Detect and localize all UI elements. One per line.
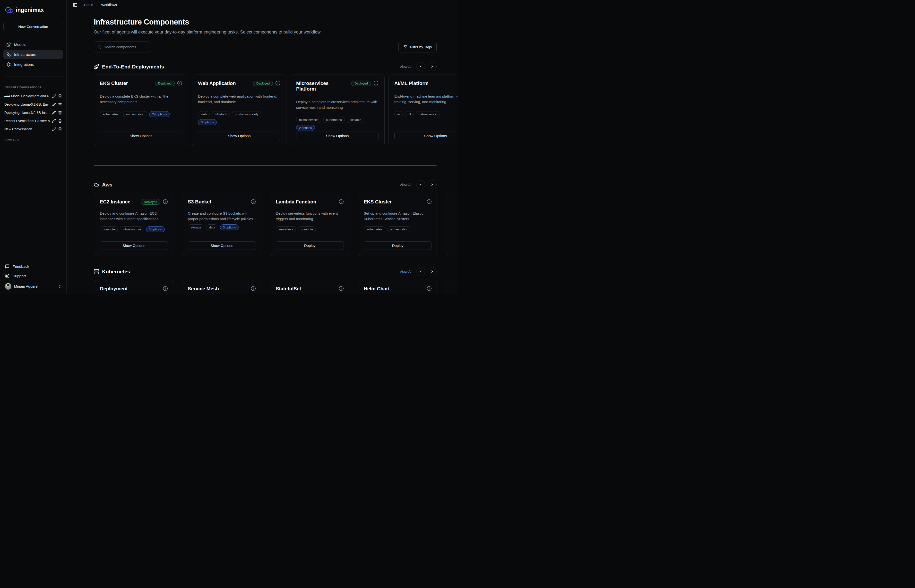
show-options-button[interactable]: Show Options (296, 132, 379, 140)
info-icon[interactable] (427, 286, 432, 291)
card-description: Deploy serverless functions with event t… (276, 210, 344, 222)
list-item[interactable]: Deploying Llama-3.2-3B-Inst (3, 108, 63, 117)
carousel-next-button[interactable] (428, 62, 437, 71)
gear-icon (6, 62, 11, 67)
info-icon[interactable] (339, 286, 344, 291)
list-item[interactable]: New Conversation (3, 125, 63, 133)
trash-icon[interactable] (58, 119, 62, 123)
workflow-icon (6, 52, 11, 57)
trash-icon[interactable] (58, 127, 62, 131)
options-pill[interactable]: 3 options (146, 226, 165, 232)
card-title: StatefulSet (276, 286, 336, 292)
info-icon[interactable] (339, 199, 344, 204)
status-badge: Deployed (141, 199, 160, 205)
status-badge: Deployed (253, 81, 273, 86)
message-square-icon (5, 264, 10, 269)
app-window: ingenimax New Conversation Models Infras… (0, 0, 458, 294)
card-description: Deploy a complete microservices architec… (296, 99, 379, 110)
show-options-button[interactable]: Show Options (188, 241, 256, 250)
tag: full-stack (212, 111, 230, 117)
trash-icon[interactable] (58, 102, 62, 106)
pencil-icon[interactable] (52, 94, 56, 98)
sidebar-item-infrastructure[interactable]: Infrastructure (3, 50, 63, 59)
conversation-title[interactable]: Recent Events from Cluster: a (4, 119, 50, 123)
section-header-aws: Aws View All (94, 180, 437, 189)
show-options-button[interactable]: Show Options (100, 132, 182, 140)
view-all-link[interactable]: View All (400, 183, 412, 187)
pencil-icon[interactable] (52, 111, 56, 115)
panel-left-toggle-icon[interactable] (73, 3, 78, 7)
options-pill[interactable]: 2 options (296, 125, 315, 131)
view-all-link[interactable]: View All (400, 270, 412, 274)
component-card-ai-ml-platform: AI/ML Platform End-to-end machine learni… (388, 74, 458, 146)
component-card-eks-cluster: EKS Cluster Deployed Deploy a complete E… (94, 74, 188, 146)
filter-by-tags-button[interactable]: Filter by Tags (398, 42, 437, 52)
carousel-prev-button[interactable] (416, 62, 425, 71)
component-card-partial (445, 193, 458, 256)
card-description: Deploy a complete web application with f… (198, 94, 280, 105)
conversation-title[interactable]: New Conversation (4, 127, 50, 131)
feedback-button[interactable]: Feedback (3, 262, 63, 271)
list-item[interactable]: Deploying Llama-3.2-3B: Env (3, 100, 63, 108)
recent-conversations-list: ### Model Deployment and F Deploying Lla… (3, 92, 63, 133)
support-button[interactable]: Support (3, 271, 63, 281)
list-item[interactable]: Recent Events from Cluster: a (3, 117, 63, 125)
show-options-button[interactable]: Show Options (394, 132, 458, 140)
sidebar-item-integrations[interactable]: Integrations (3, 60, 63, 69)
info-icon[interactable] (251, 199, 256, 204)
options-pill[interactable]: 24 options (149, 111, 170, 117)
view-all-link[interactable]: View All (400, 65, 412, 69)
carousel-prev-button[interactable] (416, 267, 425, 276)
recent-conversations-heading: Recent Conversations (4, 85, 62, 89)
sidebar-item-models[interactable]: Models (3, 40, 63, 49)
pencil-icon[interactable] (52, 127, 56, 131)
user-menu[interactable]: Miriam Aguirre (3, 281, 63, 291)
info-icon[interactable] (177, 81, 182, 86)
info-icon[interactable] (163, 286, 168, 291)
info-icon[interactable] (427, 199, 432, 204)
search-input[interactable] (104, 45, 146, 49)
show-options-button[interactable]: Show Options (198, 132, 280, 140)
user-name: Miriam Aguirre (14, 284, 55, 288)
main-content: Home Workflows Infrastructure Components… (66, 0, 458, 294)
section-header-e2e: End-To-End Deployments View All (94, 62, 437, 71)
conversation-title[interactable]: Deploying Llama-3.2-3B: Env (4, 102, 50, 106)
component-card-statefulset: StatefulSet (270, 280, 350, 294)
carousel-prev-button[interactable] (416, 180, 425, 189)
horizontal-scrollbar[interactable] (94, 165, 437, 166)
new-conversation-button[interactable]: New Conversation (3, 22, 63, 31)
info-icon[interactable] (275, 81, 280, 86)
card-row-aws: EC2 Instance Deployed Deploy and configu… (94, 193, 458, 256)
info-icon[interactable] (163, 199, 168, 204)
show-options-button[interactable]: Show Options (100, 241, 168, 250)
breadcrumb-home[interactable]: Home (84, 3, 93, 7)
carousel-next-button[interactable] (428, 267, 437, 276)
conversation-title[interactable]: ### Model Deployment and F (4, 94, 50, 98)
conversation-title[interactable]: Deploying Llama-3.2-3B-Inst (4, 111, 50, 115)
topbar: Home Workflows (66, 0, 458, 8)
pencil-icon[interactable] (52, 119, 56, 123)
trash-icon[interactable] (58, 111, 62, 115)
component-card-service-mesh: Service Mesh (182, 280, 262, 294)
card-title: Helm Chart (364, 286, 424, 292)
section-header-kubernetes: Kubernetes View All (94, 267, 437, 276)
sidebar-nav: Models Infrastructure Integrations (3, 40, 63, 69)
search-filter-row: Filter by Tags (94, 42, 437, 52)
card-row-kubernetes: Deployment Service Mesh StatefulSet (94, 280, 458, 294)
options-pill[interactable]: 3 options (198, 119, 217, 125)
options-pill[interactable]: 3 options (220, 225, 239, 230)
search-input-wrapper (94, 42, 150, 52)
info-icon[interactable] (373, 81, 379, 86)
brand-name: ingenimax (16, 7, 44, 13)
pencil-icon[interactable] (52, 102, 56, 106)
list-item[interactable]: ### Model Deployment and F (3, 92, 63, 100)
chevron-right-icon (96, 3, 99, 6)
deploy-button[interactable]: Deploy (276, 241, 344, 250)
deploy-button[interactable]: Deploy (364, 241, 432, 250)
recent-view-all-link[interactable]: View All > (4, 138, 62, 142)
info-icon[interactable] (251, 286, 256, 291)
card-title: EKS Cluster (100, 81, 152, 86)
carousel-next-button[interactable] (428, 180, 437, 189)
trash-icon[interactable] (58, 94, 62, 98)
filter-by-tags-label: Filter by Tags (410, 45, 432, 49)
